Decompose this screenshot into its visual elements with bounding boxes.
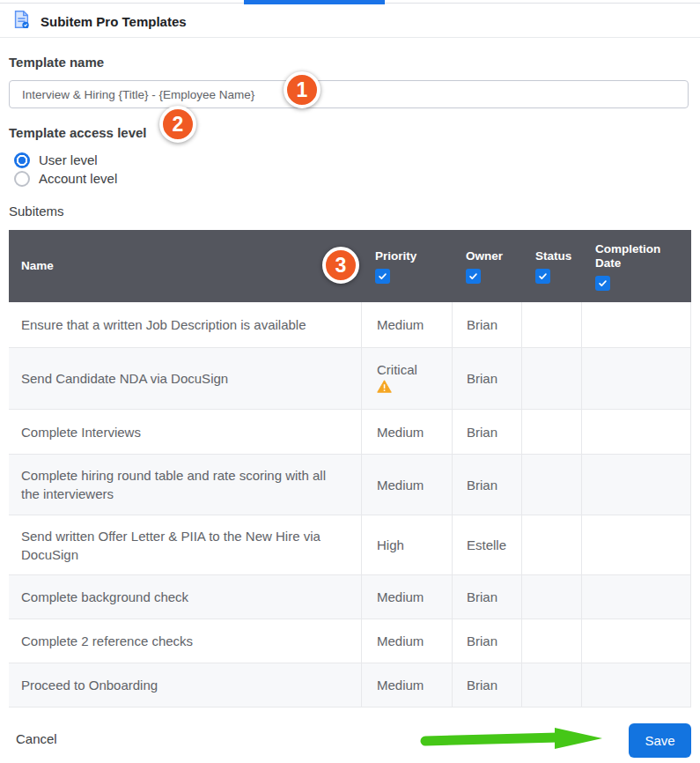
cell-text: Brian xyxy=(467,371,497,386)
column-header-label: Owner xyxy=(466,249,521,263)
page-title: Subitem Pro Templates xyxy=(41,14,187,29)
column-header-priority: Priority xyxy=(361,230,452,302)
cell-name: Complete hiring round table and rate sco… xyxy=(9,455,361,515)
cell-completion_date xyxy=(581,455,691,515)
cell-text: High xyxy=(377,537,404,552)
cell-completion_date xyxy=(581,348,691,409)
column-header-label: Priority xyxy=(375,249,452,263)
cell-completion_date xyxy=(581,515,691,574)
table-row: Proceed to OnboardingMediumBrian xyxy=(9,663,691,707)
radio-label: User level xyxy=(39,152,98,167)
cell-completion_date xyxy=(581,575,691,619)
cell-owner: Brian xyxy=(452,619,521,663)
column-header-label: Status xyxy=(535,249,581,263)
cell-owner: Brian xyxy=(452,302,521,347)
save-button[interactable]: Save xyxy=(629,723,691,758)
cell-status xyxy=(521,410,581,454)
cell-text: Send Candidate NDA via DocuSign xyxy=(21,369,228,388)
column-checkbox-owner[interactable] xyxy=(466,269,481,284)
cell-status xyxy=(521,619,581,663)
cell-text: Medium xyxy=(377,425,424,440)
cell-text: Ensure that a written Job Description is… xyxy=(21,315,306,334)
access-level-label: Template access level xyxy=(9,125,700,140)
cell-text: Proceed to Onboarding xyxy=(21,676,158,694)
cell-status xyxy=(521,348,581,409)
table-row: Send written Offer Letter & PIIA to the … xyxy=(9,515,691,575)
cell-name: Complete background check xyxy=(9,575,361,619)
cell-text: Brian xyxy=(467,589,497,604)
subitems-section-label: Subitems xyxy=(9,204,700,219)
cell-status xyxy=(521,455,581,515)
dialog-header: Subitem Pro Templates xyxy=(0,0,700,38)
template-name-label: Template name xyxy=(9,55,700,70)
table-body: Ensure that a written Job Description is… xyxy=(9,302,691,707)
radio-selected-icon[interactable] xyxy=(14,152,30,168)
table-row: Complete 2 reference checksMediumBrian xyxy=(9,619,691,663)
cell-priority: Medium xyxy=(361,410,452,454)
cell-priority: Critical xyxy=(361,348,452,409)
cell-name: Ensure that a written Job Description is… xyxy=(9,302,361,347)
table-row: Complete hiring round table and rate sco… xyxy=(9,455,691,515)
annotation-badge-3: 3 xyxy=(322,247,359,284)
cell-text: Complete hiring round table and rate sco… xyxy=(21,466,342,503)
table-row: Send Candidate NDA via DocuSignCriticalB… xyxy=(9,348,691,410)
cell-completion_date xyxy=(581,663,691,707)
column-checkbox-completion-date[interactable] xyxy=(595,276,610,291)
table-row: Ensure that a written Job Description is… xyxy=(9,302,691,348)
template-name-input[interactable] xyxy=(9,80,689,108)
column-header-owner: Owner xyxy=(452,230,521,302)
cell-status xyxy=(521,575,581,619)
cell-completion_date xyxy=(581,410,691,454)
green-arrow-annotation xyxy=(419,726,606,752)
cell-text: Send written Offer Letter & PIIA to the … xyxy=(21,527,342,564)
cell-status xyxy=(521,302,581,347)
cell-text: Medium xyxy=(377,678,424,693)
cell-name: Send Candidate NDA via DocuSign xyxy=(9,348,361,409)
cell-text: Medium xyxy=(377,589,424,604)
cell-text: Brian xyxy=(467,678,497,693)
cell-owner: Brian xyxy=(452,348,521,409)
cell-status xyxy=(521,515,581,574)
cell-owner: Brian xyxy=(452,455,521,515)
cell-text: Brian xyxy=(467,317,497,332)
cell-priority: Medium xyxy=(361,663,452,707)
cell-priority: Medium xyxy=(361,455,452,515)
cell-status xyxy=(521,663,581,707)
annotation-badge-2: 2 xyxy=(159,106,196,143)
cell-text: Critical xyxy=(377,362,417,377)
table-row: Complete background checkMediumBrian xyxy=(9,575,691,619)
cell-priority: High xyxy=(361,515,452,574)
cell-completion_date xyxy=(581,619,691,663)
column-checkbox-status[interactable] xyxy=(535,269,550,284)
radio-option-account-level[interactable]: Account level xyxy=(14,169,700,188)
cancel-button[interactable]: Cancel xyxy=(16,731,57,746)
access-level-radio-group: User level Account level xyxy=(14,151,700,188)
warning-icon xyxy=(377,380,392,396)
cell-name: Proceed to Onboarding xyxy=(9,663,361,707)
cell-priority: Medium xyxy=(361,302,452,347)
cell-name: Complete 2 reference checks xyxy=(9,619,361,663)
radio-option-user-level[interactable]: User level xyxy=(14,151,700,169)
column-header-label: Completion Date xyxy=(595,242,691,270)
active-tab-indicator xyxy=(244,0,385,4)
cell-name: Complete Interviews xyxy=(9,410,361,454)
cell-owner: Brian xyxy=(452,663,521,707)
subitems-table: NamePriorityOwnerStatusCompletion Date E… xyxy=(9,230,691,707)
cell-owner: Brian xyxy=(452,575,521,619)
cell-text: Medium xyxy=(377,478,424,493)
cell-text: Medium xyxy=(377,633,424,648)
cell-text: Brian xyxy=(467,425,497,440)
radio-label: Account level xyxy=(39,171,117,186)
subitem-template-document-icon xyxy=(11,10,31,33)
cell-text: Estelle xyxy=(467,537,506,552)
radio-unselected-icon[interactable] xyxy=(14,171,30,187)
table-row: Complete InterviewsMediumBrian xyxy=(9,410,691,455)
annotation-badge-1: 1 xyxy=(284,71,321,108)
column-checkbox-priority[interactable] xyxy=(375,269,390,284)
cell-priority: Medium xyxy=(361,619,452,663)
cell-text: Complete Interviews xyxy=(21,423,141,441)
cell-text: Complete background check xyxy=(21,588,188,606)
cell-text: Brian xyxy=(467,633,497,648)
cell-text: Brian xyxy=(467,478,497,493)
cell-owner: Brian xyxy=(452,410,521,454)
